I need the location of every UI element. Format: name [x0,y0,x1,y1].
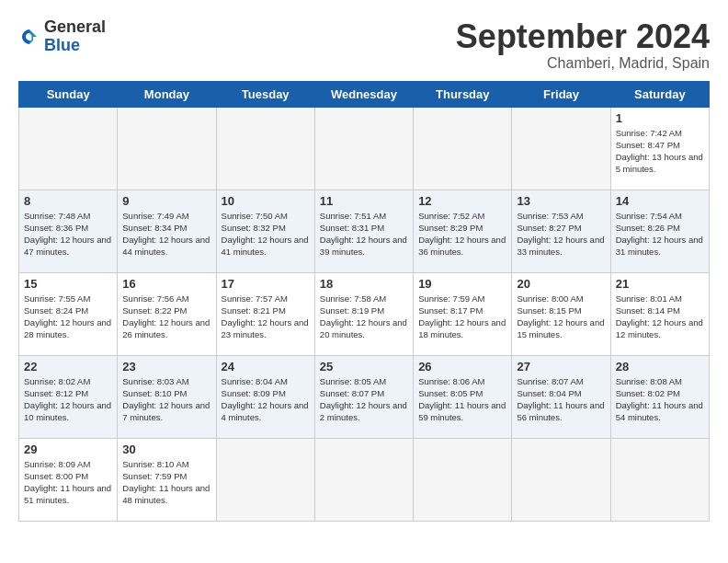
header-tuesday: Tuesday [216,81,314,107]
table-row [414,107,512,190]
table-row: 22Sunrise: 8:02 AM Sunset: 8:12 PM Dayli… [19,355,118,438]
table-row: 1Sunrise: 7:42 AM Sunset: 8:47 PM Daylig… [610,107,709,190]
table-row [118,107,216,190]
table-row: 14Sunrise: 7:54 AM Sunset: 8:26 PM Dayli… [610,190,709,272]
table-row [314,107,413,190]
table-row [512,107,610,190]
title-section: September 2024 Chamberi, Madrid, Spain [456,18,710,72]
table-row [216,107,314,190]
table-row [610,438,709,521]
header-monday: Monday [118,81,216,107]
header-saturday: Saturday [610,81,709,107]
table-row: 19Sunrise: 7:59 AM Sunset: 8:17 PM Dayli… [414,272,512,355]
table-row: 25Sunrise: 8:05 AM Sunset: 8:07 PM Dayli… [314,355,413,438]
table-row: 29Sunrise: 8:09 AM Sunset: 8:00 PM Dayli… [19,438,118,521]
header-thursday: Thursday [414,81,512,107]
header-friday: Friday [512,81,610,107]
page-container: General Blue September 2024 Chamberi, Ma… [18,18,710,522]
table-row: 11Sunrise: 7:51 AM Sunset: 8:31 PM Dayli… [314,190,413,272]
header-sunday: Sunday [19,81,118,107]
month-title: September 2024 [456,18,710,55]
table-row: 9Sunrise: 7:49 AM Sunset: 8:34 PM Daylig… [118,190,216,272]
table-row [512,438,610,521]
logo: General Blue [18,18,106,55]
table-row: 21Sunrise: 8:01 AM Sunset: 8:14 PM Dayli… [610,272,709,355]
table-row: 20Sunrise: 8:00 AM Sunset: 8:15 PM Dayli… [512,272,610,355]
table-row: 8Sunrise: 7:48 AM Sunset: 8:36 PM Daylig… [19,190,118,272]
header-wednesday: Wednesday [314,81,413,107]
table-row: 24Sunrise: 8:04 AM Sunset: 8:09 PM Dayli… [216,355,314,438]
table-row [216,438,314,521]
header: General Blue September 2024 Chamberi, Ma… [18,18,710,72]
location-title: Chamberi, Madrid, Spain [456,55,710,72]
table-row: 12Sunrise: 7:52 AM Sunset: 8:29 PM Dayli… [414,190,512,272]
table-row: 15Sunrise: 7:55 AM Sunset: 8:24 PM Dayli… [19,272,118,355]
table-row: 26Sunrise: 8:06 AM Sunset: 8:05 PM Dayli… [414,355,512,438]
table-row: 13Sunrise: 7:53 AM Sunset: 8:27 PM Dayli… [512,190,610,272]
table-row: 30Sunrise: 8:10 AM Sunset: 7:59 PM Dayli… [118,438,216,521]
weekday-header-row: Sunday Monday Tuesday Wednesday Thursday… [19,81,710,107]
table-row: 27Sunrise: 8:07 AM Sunset: 8:04 PM Dayli… [512,355,610,438]
table-row [314,438,413,521]
table-row: 16Sunrise: 7:56 AM Sunset: 8:22 PM Dayli… [118,272,216,355]
calendar-table: Sunday Monday Tuesday Wednesday Thursday… [18,81,710,522]
table-row: 10Sunrise: 7:50 AM Sunset: 8:32 PM Dayli… [216,190,314,272]
table-row [414,438,512,521]
table-row: 23Sunrise: 8:03 AM Sunset: 8:10 PM Dayli… [118,355,216,438]
table-row [19,107,118,190]
table-row: 28Sunrise: 8:08 AM Sunset: 8:02 PM Dayli… [610,355,709,438]
logo-icon [18,26,40,48]
logo-text: General Blue [44,18,106,55]
table-row: 18Sunrise: 7:58 AM Sunset: 8:19 PM Dayli… [314,272,413,355]
table-row: 17Sunrise: 7:57 AM Sunset: 8:21 PM Dayli… [216,272,314,355]
